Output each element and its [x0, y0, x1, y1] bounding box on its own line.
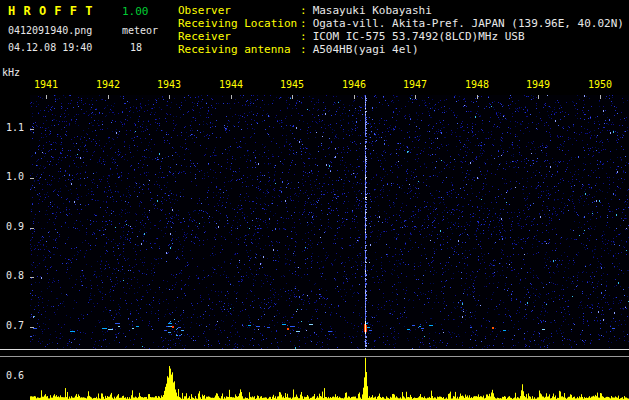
mode-label: meteor	[122, 25, 158, 36]
freq-tick-label: 0.8	[0, 271, 24, 281]
info-row-observer: Observer:Masayuki Kobayashi	[178, 5, 432, 16]
info-colon: :	[300, 30, 307, 43]
time-tick-label: 1947	[403, 80, 427, 90]
time-tick-label: 1946	[342, 80, 366, 90]
echo-count: 18	[130, 42, 142, 53]
time-tick-label: 1950	[588, 80, 612, 90]
time-tick-label: 1944	[219, 80, 243, 90]
info-row-location: Receiving Location:Ogata-vill. Akita-Pre…	[178, 18, 624, 29]
time-tick-label: 1943	[157, 80, 181, 90]
info-colon: :	[300, 43, 307, 56]
info-label: Receiving Location	[178, 18, 300, 29]
info-row-receiver: Receiver:ICOM IC-575 53.7492(8LCD)MHz US…	[178, 31, 525, 42]
time-tick-label: 1949	[526, 80, 550, 90]
info-value: Masayuki Kobayashi	[313, 4, 432, 17]
freq-tick-label: 0.6	[0, 371, 24, 381]
info-label: Receiving antenna	[178, 44, 300, 55]
info-row-antenna: Receiving antenna:A504HB(yagi 4el)	[178, 44, 419, 55]
observation-datetime: 04.12.08 19:40	[8, 42, 92, 53]
separator-line-lower	[0, 356, 629, 357]
output-filename: 0412091940.png	[8, 25, 92, 36]
hrofft-output: H R O F F T 1.00 0412091940.png meteor 0…	[0, 0, 629, 400]
info-value: A504HB(yagi 4el)	[313, 43, 419, 56]
time-tick-label: 1942	[96, 80, 120, 90]
time-tick-label: 1941	[34, 80, 58, 90]
info-label: Receiver	[178, 31, 300, 42]
freq-tick-label: 1.1	[0, 123, 24, 133]
freq-axis-unit: kHz	[2, 67, 20, 78]
freq-tick-label: 0.7	[0, 321, 24, 331]
time-tick-label: 1948	[465, 80, 489, 90]
info-label: Observer	[178, 5, 300, 16]
app-title: H R O F F T	[8, 4, 93, 18]
info-colon: :	[300, 4, 307, 17]
info-value: ICOM IC-575 53.7492(8LCD)MHz USB	[313, 30, 525, 43]
app-version: 1.00	[122, 5, 149, 18]
spectrogram-canvas	[30, 95, 629, 349]
separator-line-upper	[0, 349, 629, 350]
freq-tick-label: 1.0	[0, 172, 24, 182]
info-colon: :	[300, 17, 307, 30]
info-value: Ogata-vill. Akita-Pref. JAPAN (139.96E, …	[313, 17, 624, 30]
signal-level-canvas	[30, 350, 629, 400]
freq-tick-label: 0.9	[0, 222, 24, 232]
time-tick-label: 1945	[280, 80, 304, 90]
